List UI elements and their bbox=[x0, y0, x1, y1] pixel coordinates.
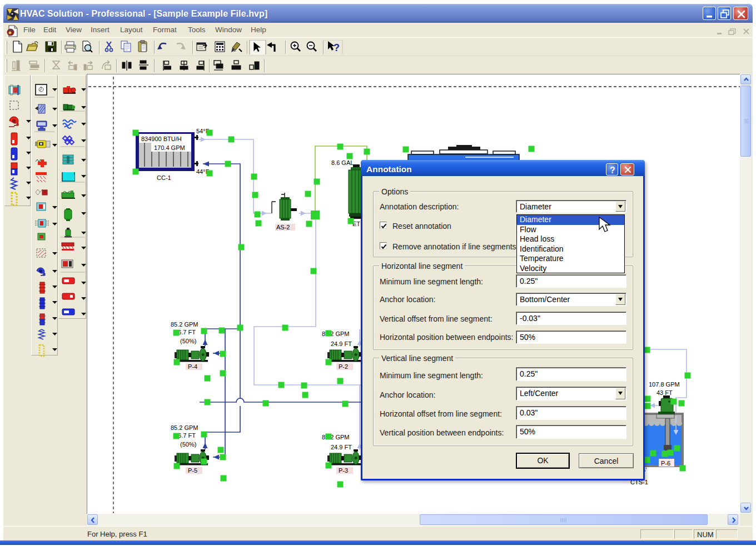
svg-text:85.2 GPM: 85.2 GPM bbox=[171, 424, 198, 431]
svg-text:P-5: P-5 bbox=[188, 467, 197, 474]
svg-text:AS-2: AS-2 bbox=[276, 224, 290, 231]
svg-text:P-6: P-6 bbox=[661, 460, 670, 467]
svg-text:(50%): (50%) bbox=[180, 441, 196, 448]
svg-text:24.9 FT: 24.9 FT bbox=[331, 444, 352, 450]
svg-text:85.2 GPM: 85.2 GPM bbox=[171, 321, 198, 328]
svg-text:(50%): (50%) bbox=[180, 338, 196, 344]
svg-text:?: ? bbox=[334, 42, 340, 53]
svg-text:24.9 FT: 24.9 FT bbox=[331, 340, 352, 347]
svg-text:43 FT: 43 FT bbox=[656, 389, 673, 396]
svg-text:CC-1: CC-1 bbox=[157, 174, 171, 181]
svg-text:P-3: P-3 bbox=[339, 467, 348, 474]
svg-text:?: ? bbox=[610, 166, 615, 175]
svg-text:107.8 GPM: 107.8 GPM bbox=[649, 381, 680, 388]
svg-text:P-2: P-2 bbox=[339, 363, 348, 370]
svg-text:8.6 GAL: 8.6 GAL bbox=[331, 159, 354, 166]
svg-text:P-4: P-4 bbox=[188, 363, 197, 370]
svg-text:834900 BTU/H: 834900 BTU/H bbox=[141, 136, 182, 142]
svg-text:170.4 GPM: 170.4 GPM bbox=[154, 144, 185, 151]
